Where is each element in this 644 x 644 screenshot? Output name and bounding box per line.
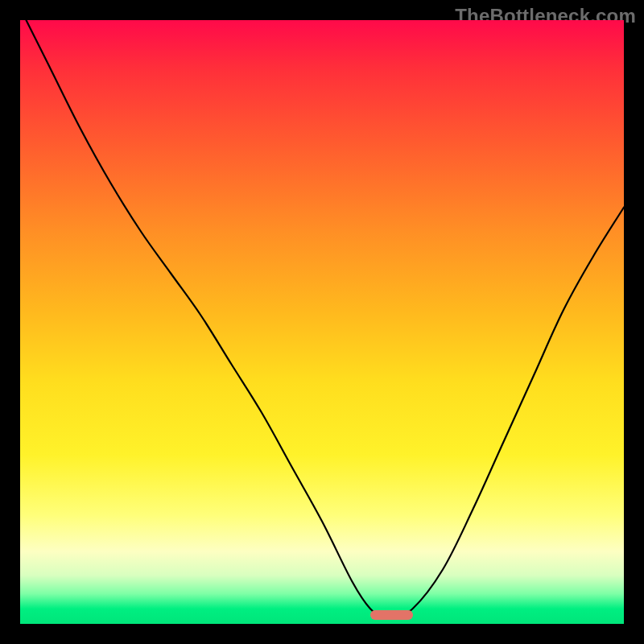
bottleneck-curve-path — [27, 20, 625, 616]
curve-layer — [20, 20, 624, 624]
chart-frame: TheBottleneck.com — [0, 0, 644, 644]
optimum-marker — [370, 610, 413, 620]
plot-area — [20, 20, 624, 624]
